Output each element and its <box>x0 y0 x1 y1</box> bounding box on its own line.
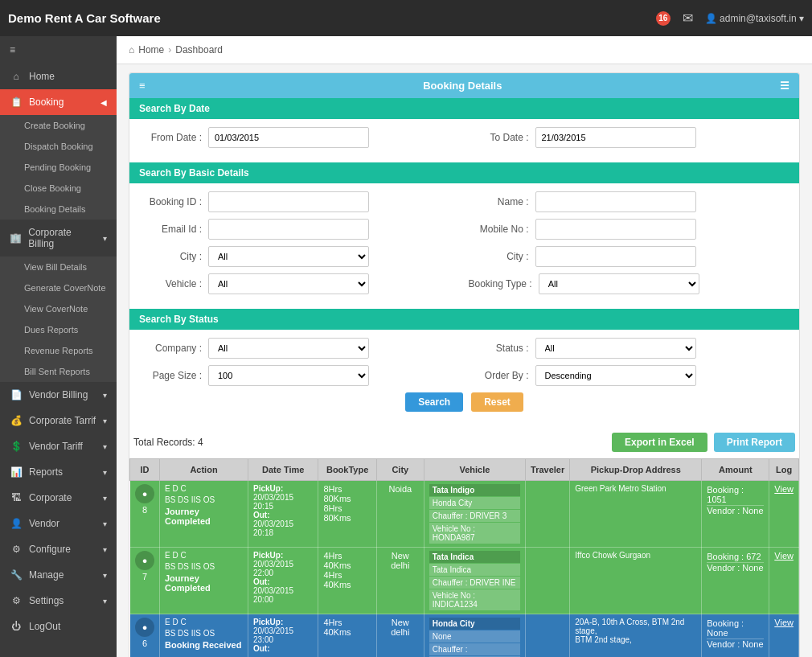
submenu-view-bill[interactable]: View Bill Details <box>0 257 117 277</box>
cell-log: View <box>769 481 799 548</box>
city2-input[interactable] <box>535 246 696 267</box>
order-by-select[interactable]: Descending <box>535 365 696 386</box>
chevron-s-icon: ▾ <box>103 597 107 606</box>
col-id: ID <box>130 459 160 481</box>
submenu-view-covernote[interactable]: View CoverNote <box>0 298 117 319</box>
search-date-form: From Date : To Date : <box>129 119 799 162</box>
action-btns-top: E D C <box>165 551 243 560</box>
sidebar-label-corporate-billing: Corporate Billing <box>28 227 96 249</box>
city-select[interactable]: All <box>208 246 369 267</box>
reset-button[interactable]: Reset <box>471 392 523 412</box>
out-time: 20/03/2015 20:00 <box>253 586 313 604</box>
out-label: Out: <box>253 511 270 519</box>
booking-type-select[interactable]: All <box>539 273 699 294</box>
app-title: Demo Rent A Car Software <box>8 11 161 25</box>
col-traveler: Traveler <box>526 459 570 481</box>
view-log-link[interactable]: View <box>774 551 794 561</box>
export-excel-button[interactable]: Export in Excel <box>612 433 707 452</box>
cell-city: Noida <box>376 481 424 548</box>
navbar: Demo Rent A Car Software 16 ✉ 👤 admin@ta… <box>0 0 812 36</box>
submenu-close-booking[interactable]: Close Booking <box>0 178 117 199</box>
sidebar-item-reports[interactable]: 📊 Reports ▾ <box>0 459 117 485</box>
to-date-group: To Date : <box>469 127 788 148</box>
sidebar-item-corporate-billing[interactable]: 🏢 Corporate Billing ▾ <box>0 220 117 257</box>
submenu-bill-sent[interactable]: Bill Sent Reports <box>0 361 117 382</box>
search-button[interactable]: Search <box>405 392 463 412</box>
cell-datetime: PickUp: 20/03/2015 20:15 Out: 20/03/2015… <box>248 481 318 548</box>
email-label: Email Id : <box>141 224 202 235</box>
user-menu[interactable]: 👤 admin@taxisoft.in ▾ <box>705 13 804 24</box>
company-select[interactable]: All <box>208 338 369 359</box>
col-action: Action <box>160 459 248 481</box>
submenu-booking-details[interactable]: Booking Details <box>0 199 117 220</box>
sidebar-item-vendor[interactable]: 👤 Vendor ▾ <box>0 511 117 536</box>
sidebar-item-settings[interactable]: ⚙ Settings ▾ <box>0 588 117 614</box>
sidebar-label-corp-tarrif: Corporate Tarrif <box>29 415 96 426</box>
pickup-time: 20/03/2015 22:00 <box>253 560 313 577</box>
submenu-create-booking[interactable]: Create Booking <box>0 115 117 136</box>
sidebar-item-configure[interactable]: ⚙ Configure ▾ <box>0 536 117 562</box>
notification-badge[interactable]: 16 <box>656 11 671 26</box>
to-date-input[interactable] <box>535 127 696 148</box>
booking-icon: 📋 <box>10 96 23 108</box>
amount-info: Booking : 672 Vendor : None <box>707 551 764 573</box>
basic-row2: Email Id : Mobile No : <box>141 219 787 240</box>
sidebar-item-corporate-tarrif[interactable]: 💰 Corporate Tarrif ▾ <box>0 408 117 433</box>
mail-icon[interactable]: ✉ <box>683 10 693 26</box>
cell-action: E D C BS DS IIS OS Journey Completed <box>160 481 248 548</box>
page-size-group: Page Size : 100 <box>141 365 461 386</box>
submenu-generate-covernote[interactable]: Generate CoverNote <box>0 277 117 298</box>
row-id: 8 <box>135 505 154 515</box>
pickup-label: PickUp: <box>253 618 283 626</box>
submenu-revenue-reports[interactable]: Revenue Reports <box>0 340 117 361</box>
booking-submenu: Create Booking Dispatch Booking Pending … <box>0 115 117 220</box>
col-booktype: BookType <box>318 459 377 481</box>
sidebar-item-vendor-tariff[interactable]: 💲 Vendor Tariff ▾ <box>0 433 117 459</box>
booking-id-input[interactable] <box>208 191 369 212</box>
mobile-input[interactable] <box>535 219 696 240</box>
sidebar-label-configure: Configure <box>29 544 71 555</box>
print-report-button[interactable]: Print Report <box>714 433 795 452</box>
configure-icon: ⚙ <box>10 544 23 555</box>
chevron-corp-icon: ▾ <box>103 234 107 243</box>
sidebar-item-home[interactable]: ⌂ Home <box>0 64 117 89</box>
sidebar-item-logout[interactable]: ⏻ LogOut <box>0 614 117 639</box>
chevron-vb-icon: ▾ <box>103 391 107 400</box>
sidebar-item-manage[interactable]: 🔧 Manage ▾ <box>0 562 117 588</box>
breadcrumb: ⌂ Home › Dashboard <box>117 36 812 64</box>
sidebar-item-vendor-billing[interactable]: 📄 Vendor Billing ▾ <box>0 382 117 408</box>
company-group: Company : All <box>141 338 461 359</box>
id-badge: ● <box>135 484 154 503</box>
vendor-amount: Vendor : None <box>707 639 764 649</box>
sidebar-toggle[interactable]: ≡ <box>0 36 117 64</box>
booking-amount: Booking : 1051 <box>707 484 764 506</box>
cell-log: View <box>769 548 799 614</box>
submenu-dues-reports[interactable]: Dues Reports <box>0 319 117 340</box>
journey-status: Journey Completed <box>165 573 243 593</box>
page-size-select[interactable]: 100 <box>208 365 369 386</box>
sidebar-label-reports: Reports <box>29 466 63 478</box>
chevron-booking-icon: ◀ <box>100 98 107 107</box>
cell-booktype: 4Hrs 40Kms 4Hrs 40Kms <box>318 548 377 614</box>
city2-group: City : <box>469 246 788 267</box>
email-input[interactable] <box>208 219 369 240</box>
breadcrumb-home[interactable]: Home <box>138 44 164 55</box>
submenu-pending-booking[interactable]: Pending Booking <box>0 157 117 178</box>
view-log-link[interactable]: View <box>774 484 794 494</box>
vendor-icon: 👤 <box>10 518 23 529</box>
submenu-dispatch-booking[interactable]: Dispatch Booking <box>0 136 117 157</box>
journey-status: Booking Received <box>165 640 243 650</box>
name-input[interactable] <box>535 191 696 212</box>
vehicle-select[interactable]: All <box>208 273 369 294</box>
col-amount: Amount <box>702 459 769 481</box>
breadcrumb-current: Dashboard <box>175 44 223 55</box>
panel-menu-icon: ☰ <box>780 80 789 92</box>
view-log-link[interactable]: View <box>774 618 794 627</box>
search-basic-header: Search By Basic Details <box>129 162 799 183</box>
cell-action: E D C BS DS IIS OS Booking Received <box>160 614 248 658</box>
status-select[interactable]: All <box>535 338 696 359</box>
sidebar-item-corporate[interactable]: 🏗 Corporate ▾ <box>0 485 117 511</box>
sidebar-item-booking[interactable]: 📋 Booking ◀ <box>0 89 117 115</box>
from-date-input[interactable] <box>208 127 369 148</box>
vehicle-sub2: Chauffer : <box>429 643 520 655</box>
